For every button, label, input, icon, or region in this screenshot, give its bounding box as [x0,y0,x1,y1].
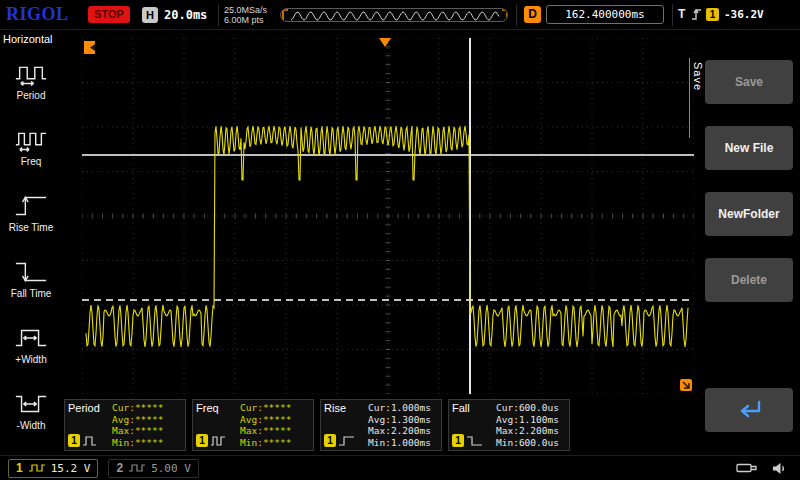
measurement-avg: Avg:***** [240,414,310,426]
trigger-slope-icon [690,7,702,21]
channel-scale: 5.00 V [151,462,191,475]
measurement-cur: Cur:600.0us [496,402,566,414]
waveform-display [82,38,694,394]
period-icon [14,60,48,88]
coupling-icon [28,463,46,473]
trigger-label: T [678,7,685,21]
freq-icon [14,126,48,154]
delay-value: 162.400000ms [546,5,664,24]
measurement-name: Freq [196,402,240,414]
horizontal-badge[interactable]: H [142,7,158,23]
measurement-cur: Cur:***** [240,402,310,414]
new-file-button[interactable]: New File [705,126,793,170]
save-button[interactable]: Save [705,60,793,104]
rigol-logo: RIGOL [6,4,69,25]
channel-number: 2 [116,461,123,475]
measurement-panel-freq: Freq 1 Cur:***** Avg:***** Max:***** Min… [192,399,314,451]
measurement-name: Rise [324,402,368,414]
measure-category-title: Horizontal [0,30,62,47]
measurement-min: Min:***** [240,437,310,449]
measure-item-freq[interactable]: Freq [0,113,62,179]
oscilloscope-ui: RIGOL STOP H 20.0ms 25.0MSa/s 6.00M pts … [0,0,800,480]
measure-item-rise-time[interactable]: Rise Time [0,179,62,245]
measure-type-icon [466,435,484,447]
fall-time-icon [14,258,48,286]
channel-source-badge: 1 [324,434,336,447]
measurement-cur: Cur:1.000ms [368,402,438,414]
trigger-source-badge: 1 [706,8,719,21]
measurement-avg: Avg:***** [112,414,182,426]
speaker-icon [772,462,786,475]
enter-button[interactable] [705,388,793,432]
divider [218,4,219,26]
measure-item-label: Rise Time [9,222,53,233]
divider [672,4,673,26]
usb-icon [736,462,758,474]
measure-item-label: +Width [15,354,46,365]
measurement-panel-period: Period 1 Cur:***** Avg:***** Max:***** M… [64,399,186,451]
coupling-icon [128,463,146,473]
measure-item-label: Period [17,90,46,101]
top-status-bar: RIGOL STOP H 20.0ms 25.0MSa/s 6.00M pts … [0,0,800,30]
rise-time-icon [14,192,48,220]
measurement-min: Min:***** [112,437,182,449]
softkey-menu: Save Save New File NewFolder Delete [688,32,800,455]
measurement-min: Min:600.0us [496,437,566,449]
memory-depth-value: 6.00M pts [224,15,267,25]
measurement-max: Max:2.200ms [368,425,438,437]
measurement-name: Period [68,402,112,414]
channel-source-badge: 1 [196,434,208,447]
measurement-max: Max:***** [240,425,310,437]
measurement-panel-fall: Fall 1 Cur:600.0us Avg:1.100ms Max:2.200… [448,399,570,451]
sample-rate-value: 25.0MSa/s [224,5,267,15]
divider [516,4,517,26]
measurement-readouts: Period 1 Cur:***** Avg:***** Max:***** M… [64,399,570,451]
channel-source-badge: 1 [68,434,80,447]
measure-item-plus-width[interactable]: +Width [0,311,62,377]
new-folder-button[interactable]: NewFolder [705,192,793,236]
measurement-avg: Avg:1.100ms [496,414,566,426]
measurement-max: Max:2.200ms [496,425,566,437]
menu-title: Save [689,58,704,138]
run-state-badge[interactable]: STOP [88,6,130,23]
acquisition-info: 25.0MSa/s 6.00M pts [224,5,267,25]
channel-scale: 15.2 V [51,462,91,475]
measure-item-period[interactable]: Period [0,47,62,113]
measure-type-icon [82,435,100,447]
return-arrow-icon [732,397,766,423]
plus-width-icon [14,324,48,352]
channel-source-badge: 1 [452,434,464,447]
trigger-level-value: -36.2V [724,8,764,21]
measurement-name: Fall [452,402,496,414]
measure-type-icon [210,435,228,447]
system-icons [736,462,786,475]
measure-item-minus-width[interactable]: -Width [0,377,62,443]
scope-graticule [82,38,694,394]
minus-width-icon [14,390,48,418]
channel-2-status[interactable]: 2 5.00 V [108,459,198,478]
measurement-cur: Cur:***** [112,402,182,414]
channel-status-bar: 1 15.2 V 2 5.00 V [0,455,800,480]
measure-item-fall-time[interactable]: Fall Time [0,245,62,311]
channel-1-status[interactable]: 1 15.2 V [8,459,98,478]
measurement-min: Min:1.000ms [368,437,438,449]
delete-button[interactable]: Delete [705,258,793,302]
measure-type-icon [338,435,356,447]
delay-badge: D [524,6,541,23]
measure-menu: Horizontal Period Freq Rise Time [0,30,62,455]
measure-item-label: -Width [17,420,46,431]
measurement-avg: Avg:1.300ms [368,414,438,426]
measurement-panel-rise: Rise 1 Cur:1.000ms Avg:1.300ms Max:2.200… [320,399,442,451]
waveform-preview-bar[interactable] [280,8,508,22]
channel-number: 1 [16,461,23,475]
measure-item-label: Fall Time [11,288,52,299]
measurement-max: Max:***** [112,425,182,437]
measure-item-label: Freq [21,156,42,167]
timebase-value: 20.0ms [164,8,207,22]
